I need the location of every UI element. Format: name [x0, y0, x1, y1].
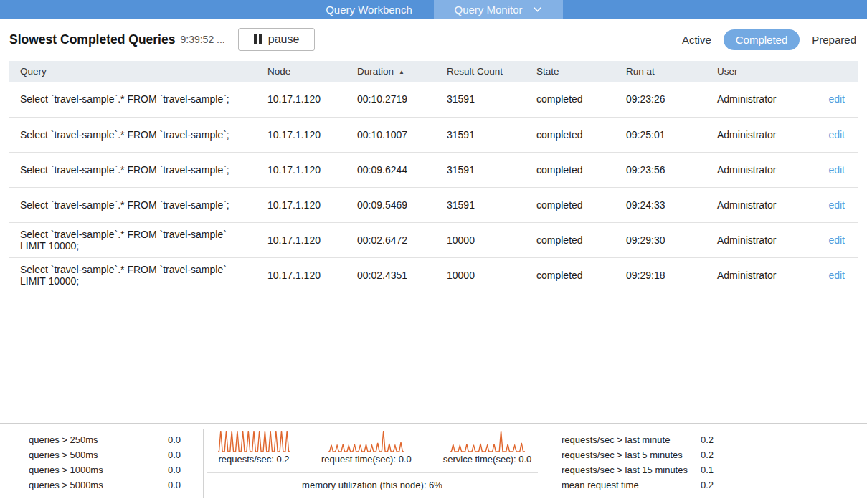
sparkline-caption: request time(sec): 0.0: [321, 454, 412, 465]
pause-button-label: pause: [268, 33, 300, 46]
requests-per-sec-spark-block: requests/sec: 0.2: [218, 429, 290, 465]
node-cell: 10.17.1.120: [257, 117, 346, 152]
requests-per-sec-sparkline: [218, 429, 290, 452]
sparkline-caption: service time(sec): 0.0: [443, 454, 532, 465]
col-header-query[interactable]: Query: [9, 61, 257, 82]
table-header-row: Query Node Duration▲ Result Count State …: [9, 61, 858, 82]
stat-row: requests/sec > last minute 0.2: [562, 432, 714, 447]
run-at-cell: 09:29:30: [615, 222, 706, 257]
col-header-state[interactable]: State: [526, 61, 615, 82]
state-cell: completed: [526, 222, 615, 257]
user-cell: Administrator: [706, 152, 800, 187]
result-count-cell: 10000: [436, 222, 526, 257]
result-count-cell: 31591: [436, 117, 526, 152]
sort-asc-icon: ▲: [399, 69, 404, 75]
edit-link[interactable]: edit: [828, 164, 845, 176]
col-header-duration[interactable]: Duration▲: [346, 61, 436, 82]
table-row: Select `travel-sample`.* FROM `travel-sa…: [9, 222, 858, 257]
duration-cell: 00:10.1007: [346, 117, 436, 152]
queries-table: Query Node Duration▲ Result Count State …: [9, 61, 858, 293]
request-rate-stats: requests/sec > last minute 0.2 requests/…: [541, 424, 867, 493]
request-time-sparkline: [328, 429, 404, 452]
stat-row: requests/sec > last 5 minutes 0.2: [562, 447, 714, 462]
table-row: Select `travel-sample`.* FROM `travel-sa…: [9, 257, 858, 293]
page-title: Slowest Completed Queries: [9, 32, 175, 47]
result-count-cell: 10000: [436, 257, 526, 293]
duration-cell: 00:09.6244: [346, 152, 436, 187]
query-type-filter: Active Completed Prepared: [681, 29, 858, 50]
sparkline-panel: requests/sec: 0.2 request time(sec): 0.0…: [204, 424, 541, 490]
chevron-down-icon: [533, 6, 542, 13]
tab-query-workbench[interactable]: Query Workbench: [305, 0, 434, 19]
stat-row: mean request time 0.2: [562, 477, 714, 493]
table-row: Select `travel-sample`.* FROM `travel-sa…: [9, 187, 858, 222]
state-cell: completed: [526, 82, 615, 117]
node-cell: 10.17.1.120: [257, 222, 346, 257]
stat-row: queries > 5000ms 0.0: [29, 477, 181, 493]
col-header-user[interactable]: User: [706, 61, 800, 82]
node-cell: 10.17.1.120: [257, 152, 346, 187]
run-at-cell: 09:24:33: [615, 187, 706, 222]
sparkline-caption: requests/sec: 0.2: [219, 454, 290, 465]
run-at-cell: 09:29:18: [615, 257, 706, 293]
request-time-spark-block: request time(sec): 0.0: [321, 429, 412, 465]
col-header-run-at[interactable]: Run at: [615, 61, 706, 82]
query-cell: Select `travel-sample`.* FROM `travel-sa…: [9, 152, 257, 187]
result-count-cell: 31591: [436, 152, 526, 187]
edit-link[interactable]: edit: [828, 93, 845, 105]
service-time-sparkline: [450, 429, 525, 452]
edit-link[interactable]: edit: [828, 234, 845, 246]
node-cell: 10.17.1.120: [257, 257, 346, 293]
user-cell: Administrator: [706, 82, 800, 117]
service-time-spark-block: service time(sec): 0.0: [443, 429, 532, 465]
table-row: Select `travel-sample`.* FROM `travel-sa…: [9, 82, 858, 117]
run-at-cell: 09:25:01: [615, 117, 706, 152]
run-at-cell: 09:23:56: [615, 152, 706, 187]
query-cell: Select `travel-sample`.* FROM `travel-sa…: [9, 257, 257, 293]
tab-query-monitor-label: Query Monitor: [454, 4, 522, 16]
pause-icon: [254, 34, 262, 44]
edit-link[interactable]: edit: [828, 129, 845, 141]
tab-completed[interactable]: Completed: [724, 29, 800, 50]
node-cell: 10.17.1.120: [257, 187, 346, 222]
result-count-cell: 31591: [436, 187, 526, 222]
duration-cell: 00:02.6472: [346, 222, 436, 257]
page-header: Slowest Completed Queries 9:39:52 ... pa…: [0, 19, 867, 55]
tab-prepared[interactable]: Prepared: [810, 29, 858, 50]
query-cell: Select `travel-sample`.* FROM `travel-sa…: [9, 117, 257, 152]
query-threshold-stats: queries > 250ms 0.0 queries > 500ms 0.0 …: [0, 424, 203, 493]
edit-link[interactable]: edit: [828, 270, 845, 281]
duration-cell: 00:09.5469: [346, 187, 436, 222]
edit-link[interactable]: edit: [828, 199, 845, 211]
query-cell: Select `travel-sample`.* FROM `travel-sa…: [9, 82, 257, 117]
query-cell: Select `travel-sample`.* FROM `travel-sa…: [9, 187, 257, 222]
memory-utilization-label: memory utilization (this node): 6%: [204, 480, 541, 490]
result-count-cell: 31591: [436, 82, 526, 117]
stat-row: queries > 1000ms 0.0: [29, 462, 181, 477]
stat-row: queries > 500ms 0.0: [29, 447, 181, 462]
duration-cell: 00:10.2719: [346, 82, 436, 117]
duration-cell: 00:02.4351: [346, 257, 436, 293]
state-cell: completed: [526, 152, 615, 187]
tab-query-monitor[interactable]: Query Monitor: [434, 0, 563, 19]
table-row: Select `travel-sample`.* FROM `travel-sa…: [9, 152, 858, 187]
query-monitor-page: Query Workbench Query Monitor Slowest Co…: [0, 0, 867, 504]
queries-table-wrap: Query Node Duration▲ Result Count State …: [9, 61, 858, 293]
state-cell: completed: [526, 257, 615, 293]
run-at-cell: 09:23:26: [615, 82, 706, 117]
col-header-node[interactable]: Node: [257, 61, 346, 82]
user-cell: Administrator: [706, 187, 800, 222]
pause-button[interactable]: pause: [238, 28, 316, 51]
tab-query-workbench-label: Query Workbench: [326, 4, 412, 16]
memory-divider: [207, 472, 538, 473]
col-header-actions: [800, 61, 858, 82]
top-nav: Query Workbench Query Monitor: [0, 0, 867, 19]
refresh-timestamp: 9:39:52 ...: [180, 34, 224, 45]
user-cell: Administrator: [706, 222, 800, 257]
stat-row: requests/sec > last 15 minutes 0.1: [562, 462, 714, 477]
tab-active[interactable]: Active: [681, 29, 713, 50]
stats-footer: queries > 250ms 0.0 queries > 500ms 0.0 …: [0, 423, 867, 504]
stat-row: queries > 250ms 0.0: [29, 432, 181, 447]
state-cell: completed: [526, 187, 615, 222]
col-header-result-count[interactable]: Result Count: [436, 61, 526, 82]
